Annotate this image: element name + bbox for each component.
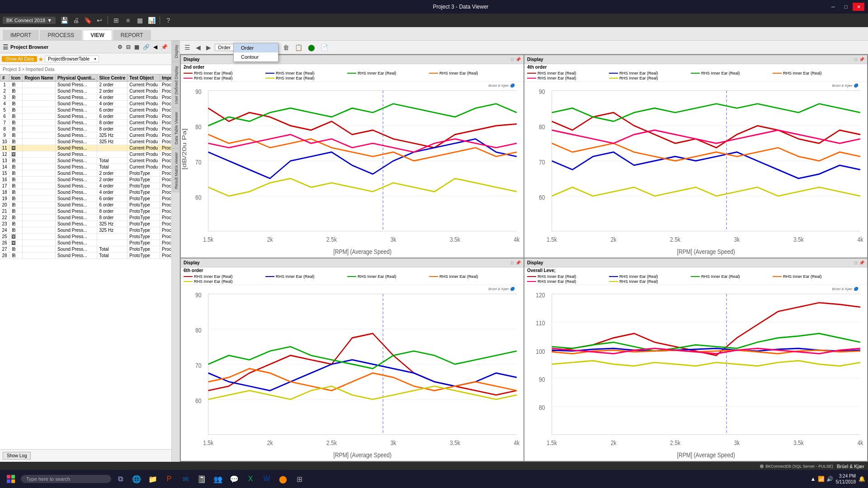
favorite-icon[interactable]: ★ — [38, 56, 44, 63]
chrome-icon[interactable]: ⬤ — [276, 472, 290, 486]
table-row[interactable]: 16🖹Sound Press...2 orderProtoTypeProcess… — [0, 177, 172, 183]
word-icon[interactable]: W — [259, 472, 274, 486]
table-row[interactable]: 17🖹Sound Press...4 orderProtoTypeProcess… — [0, 183, 172, 189]
table-row[interactable]: 12🖼Sound Press...Current ProduProcesse — [0, 151, 172, 158]
table-row[interactable]: 21🖹Sound Press...8 orderProtoTypeProcess… — [0, 208, 172, 215]
panel-collapse-icon[interactable]: ◀ — [152, 43, 158, 51]
undo-icon[interactable]: ↩ — [94, 15, 104, 25]
side-tab-display[interactable]: Display — [172, 41, 179, 62]
chart-icon[interactable]: 📊 — [146, 15, 156, 25]
bookmark-icon[interactable]: 🔖 — [83, 15, 93, 25]
panel-pin-icon[interactable]: 📌 — [160, 43, 169, 51]
prev-icon[interactable]: ◀ — [194, 43, 203, 52]
excel-icon[interactable]: X — [243, 472, 258, 486]
volume-icon[interactable]: 🔊 — [826, 476, 833, 482]
table-row[interactable]: 6🖹Sound Press...6 orderCurrent ProduProc… — [0, 113, 172, 120]
tray-icon-1[interactable]: ▲ — [811, 476, 816, 482]
onenote-icon[interactable]: 📓 — [194, 472, 209, 486]
settings-icon[interactable]: ⚙ — [117, 43, 123, 51]
side-tab-result-matrix[interactable]: Result Matrix viewer — [172, 148, 179, 192]
close-button[interactable]: ✕ — [853, 3, 864, 11]
table-row[interactable]: 11🖼Sound Press...Current ProduProcesse — [0, 145, 172, 151]
grid-icon[interactable]: ⊞ — [111, 15, 121, 25]
show-log-button[interactable]: Show Log — [3, 452, 31, 460]
table-row[interactable]: 23🖹Sound Press...325 HzProtoTypeProcesse — [0, 221, 172, 227]
side-tab-data-table[interactable]: Data Table Viewer — [172, 108, 179, 148]
table-row[interactable]: 27🖹Sound Press...TotalProtoTypeProcesse — [0, 246, 172, 253]
table-row[interactable]: 20🖹Sound Press...6 orderProtoTypeProcess… — [0, 202, 172, 208]
table-row[interactable]: 18🖹Sound Press...4 orderProtoTypeProcess… — [0, 189, 172, 196]
table-row[interactable]: 28🖹Sound Press...TotalProtoTypeProcesse — [0, 253, 172, 259]
panel3-pin[interactable]: 📌 — [515, 260, 521, 265]
hamburger-icon[interactable]: ☰ — [3, 43, 9, 51]
table-row[interactable]: 25🖼Sound Press...ProtoTypeProcesse — [0, 234, 172, 240]
panel2-maximize[interactable]: □ — [854, 57, 857, 62]
tab-report[interactable]: REPORT — [113, 30, 151, 40]
table-row[interactable]: 19🖹Sound Press...6 orderProtoTypeProcess… — [0, 196, 172, 202]
start-button[interactable] — [3, 471, 19, 487]
panel1-maximize[interactable]: □ — [511, 57, 514, 62]
table-row[interactable]: 10🖹Sound Press...325 HzCurrent ProduProc… — [0, 139, 172, 145]
clock[interactable]: 3:24 PM 5/11/2018 — [836, 473, 856, 485]
outlook-icon[interactable]: ✉ — [178, 472, 193, 486]
tab-import[interactable]: IMPORT — [3, 30, 39, 40]
skype-icon[interactable]: 💬 — [227, 472, 241, 486]
table-row[interactable]: 14🖹Sound Press...TotalCurrent ProduProce… — [0, 164, 172, 170]
save-icon[interactable]: 💾 — [59, 15, 69, 25]
table-row[interactable]: 8🖹Sound Press...8 orderCurrent ProduProc… — [0, 126, 172, 132]
print-icon[interactable]: 🖨 — [71, 15, 81, 25]
show-all-data-button[interactable]: Show All Data — [2, 56, 37, 62]
table-row[interactable]: 5🖹Sound Press...6 orderCurrent ProduProc… — [0, 107, 172, 113]
teams-icon[interactable]: 👥 — [211, 472, 225, 486]
maximize-button[interactable]: □ — [840, 3, 852, 11]
delete-icon[interactable]: 🗑 — [281, 43, 291, 52]
link-icon[interactable]: 🔗 — [142, 43, 151, 51]
list-icon[interactable]: ≡ — [123, 15, 133, 25]
table-row[interactable]: 1🖹Sound Press...2 orderCurrent ProduProc… — [0, 82, 172, 88]
table-row[interactable]: 24🖹Sound Press...325 HzProtoTypeProcesse — [0, 227, 172, 234]
tab-process[interactable]: PROCESS — [40, 30, 82, 40]
edge-icon[interactable]: 🌐 — [129, 472, 144, 486]
menu-item-contour[interactable]: Contour — [234, 52, 278, 61]
side-tab-user-defined[interactable]: User Defined Display — [172, 62, 179, 108]
tab-view[interactable]: VIEW — [83, 30, 112, 40]
table-row[interactable]: 4🖹Sound Press...4 orderCurrent ProduProc… — [0, 101, 172, 107]
next-icon[interactable]: ▶ — [204, 43, 213, 52]
panel4-pin[interactable]: 📌 — [859, 260, 864, 265]
minimize-button[interactable]: ─ — [827, 3, 839, 11]
panel3-maximize[interactable]: □ — [511, 260, 514, 265]
browser-table-dropdown[interactable]: ProjectBrowserTable — [45, 56, 99, 62]
panel4-maximize[interactable]: □ — [854, 260, 857, 265]
notification-icon[interactable]: 🔔 — [859, 476, 865, 482]
table-cell: 🖹 — [9, 132, 23, 139]
task-view-icon[interactable]: ⧉ — [113, 472, 127, 486]
panel1-pin[interactable]: 📌 — [515, 57, 521, 62]
view-icon[interactable]: ▦ — [133, 43, 140, 51]
table-row[interactable]: 3🖹Sound Press...4 orderCurrent ProduProc… — [0, 94, 172, 101]
taskbar-search[interactable] — [21, 475, 111, 483]
status-gray-icon[interactable]: 📄 — [319, 43, 330, 52]
svg-text:90: 90 — [195, 88, 202, 96]
menu-item-order[interactable]: Order — [234, 43, 278, 52]
table-row[interactable]: 22🖹Sound Press...8 orderProtoTypeProcess… — [0, 215, 172, 221]
status-green-icon[interactable]: ⬤ — [306, 43, 317, 52]
help-icon[interactable]: ? — [163, 15, 173, 25]
copy-icon[interactable]: 📋 — [293, 43, 304, 52]
powerpoint-icon[interactable]: P — [162, 472, 176, 486]
table-row[interactable]: 15🖹Sound Press...2 orderProtoTypeProcess… — [0, 170, 172, 177]
filter-icon[interactable]: ⊟ — [125, 43, 132, 51]
table-row[interactable]: 26🖼Sound Press...ProtoTypeProcesse — [0, 240, 172, 246]
explorer-icon[interactable]: 📁 — [146, 472, 160, 486]
table-row[interactable]: 7🖹Sound Press...8 orderCurrent ProduProc… — [0, 120, 172, 126]
panel3-subtitle: 6th order — [181, 267, 524, 273]
app-icon[interactable]: ⊞ — [292, 472, 307, 486]
table-icon[interactable]: ▦ — [135, 15, 145, 25]
table-row[interactable]: 2🖹Sound Press...2 orderCurrent ProduProc… — [0, 88, 172, 94]
menu-icon[interactable]: ☰ — [183, 43, 192, 52]
table-row[interactable]: 9🖹Sound Press...325 HzCurrent ProduProce… — [0, 132, 172, 139]
project-table[interactable]: # Icon Region Name Physical Quanti... Sl… — [0, 74, 171, 449]
panel2-pin[interactable]: 📌 — [859, 57, 864, 62]
table-row[interactable]: 13🖹Sound Press...TotalCurrent ProduProce… — [0, 158, 172, 164]
app-dropdown-icon[interactable]: ▼ — [47, 18, 52, 23]
network-icon[interactable]: 📶 — [818, 476, 825, 482]
